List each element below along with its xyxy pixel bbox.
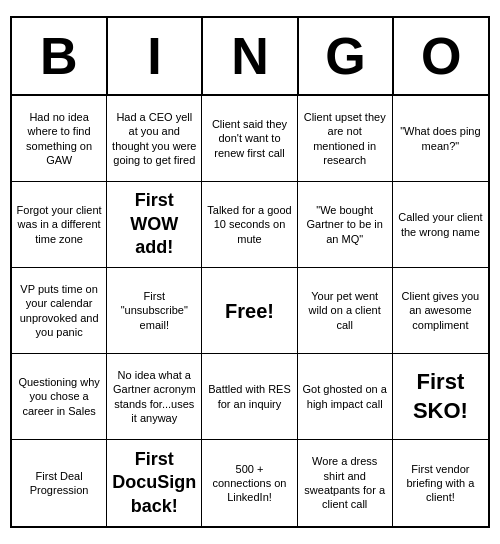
bingo-cell-13: Your pet went wild on a client call	[298, 268, 393, 354]
bingo-cell-24: First vendor briefing with a client!	[393, 440, 488, 526]
bingo-letter-g: G	[299, 18, 395, 94]
bingo-cell-10: VP puts time on your calendar unprovoked…	[12, 268, 107, 354]
bingo-card: BINGO Had no idea where to find somethin…	[10, 16, 490, 528]
bingo-cell-7: Talked for a good 10 seconds on mute	[202, 182, 297, 268]
bingo-letter-i: I	[108, 18, 204, 94]
bingo-cell-23: Wore a dress shirt and sweatpants for a …	[298, 440, 393, 526]
bingo-cell-18: Got ghosted on a high impact call	[298, 354, 393, 440]
bingo-letter-b: B	[12, 18, 108, 94]
bingo-cell-15: Questioning why you chose a career in Sa…	[12, 354, 107, 440]
bingo-cell-14: Client gives you an awesome compliment	[393, 268, 488, 354]
bingo-cell-11: First "unsubscribe" email!	[107, 268, 202, 354]
bingo-cell-21: First DocuSign back!	[107, 440, 202, 526]
bingo-cell-6: First WOW add!	[107, 182, 202, 268]
bingo-cell-22: 500 + connections on LinkedIn!	[202, 440, 297, 526]
bingo-cell-8: "We bought Gartner to be in an MQ"	[298, 182, 393, 268]
bingo-cell-0: Had no idea where to find something on G…	[12, 96, 107, 182]
bingo-cell-4: "What does ping mean?"	[393, 96, 488, 182]
bingo-cell-16: No idea what a Gartner acronym stands fo…	[107, 354, 202, 440]
bingo-letter-n: N	[203, 18, 299, 94]
bingo-grid: Had no idea where to find something on G…	[12, 96, 488, 526]
bingo-cell-9: Called your client the wrong name	[393, 182, 488, 268]
bingo-cell-20: First Deal Progression	[12, 440, 107, 526]
bingo-cell-1: Had a CEO yell at you and thought you we…	[107, 96, 202, 182]
bingo-cell-5: Forgot your client was in a different ti…	[12, 182, 107, 268]
bingo-cell-2: Client said they don't want to renew fir…	[202, 96, 297, 182]
bingo-header: BINGO	[12, 18, 488, 96]
bingo-cell-19: First SKO!	[393, 354, 488, 440]
bingo-letter-o: O	[394, 18, 488, 94]
bingo-cell-17: Battled with RES for an inquiry	[202, 354, 297, 440]
bingo-cell-3: Client upset they are not mentioned in r…	[298, 96, 393, 182]
bingo-cell-12: Free!	[202, 268, 297, 354]
